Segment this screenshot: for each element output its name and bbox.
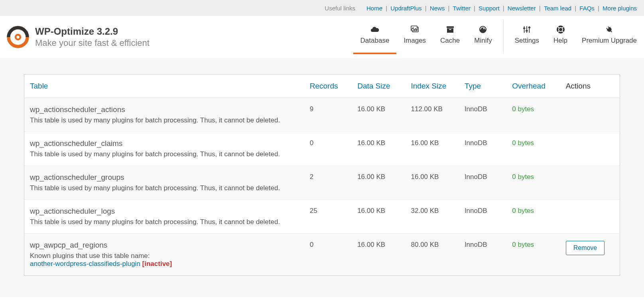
top-link-more-plugins[interactable]: More plugins [603, 5, 637, 12]
tables-panel: Table Records Data Size Index Size Type … [24, 74, 620, 276]
svg-rect-8 [449, 29, 451, 30]
cell-type: InnoDB [459, 98, 506, 132]
plugin-link[interactable]: another-wordpress-classifieds-plugin [30, 260, 140, 268]
app-tagline: Make your site fast & efficient [35, 38, 150, 48]
top-link-support[interactable]: Support [479, 5, 500, 12]
cell-data-size: 16.00 KB [352, 234, 405, 275]
app-title: WP-Optimize 3.2.9 [35, 26, 150, 37]
title-block: WP-Optimize 3.2.9 Make your site fast & … [35, 26, 150, 49]
nav-tab-label: Cache [440, 37, 460, 45]
nav-tab-settings[interactable]: Settings [503, 20, 546, 54]
nav-tab-images[interactable]: Images [396, 20, 433, 54]
svg-rect-13 [526, 30, 528, 31]
table-row: wp_actionscheduler_actionsThis table is … [24, 98, 620, 132]
nav-tab-database[interactable]: Database [353, 20, 397, 54]
useful-links-group: Home | UpdraftPlus | News | Twitter | Su… [366, 5, 637, 12]
cell-data-size: 16.00 KB [352, 98, 405, 132]
col-header-datasize[interactable]: Data Size [352, 75, 405, 98]
table-name: wp_actionscheduler_groups [30, 173, 299, 182]
nav-tab-cache[interactable]: Cache [433, 20, 467, 54]
cell-overhead: 0 bytes [512, 241, 534, 248]
svg-rect-7 [447, 28, 453, 33]
nav-tabs: DatabaseImagesCacheMinifySettingsHelpPre… [353, 20, 644, 54]
cell-records: 25 [304, 200, 352, 234]
cloud-icon [370, 25, 380, 34]
lifering-icon [556, 25, 565, 34]
cell-records: 0 [304, 132, 352, 166]
cell-overhead: 0 bytes [512, 105, 534, 113]
gauge-icon [478, 25, 488, 34]
cell-type: InnoDB [459, 166, 506, 200]
inactive-tag: [inactive] [142, 260, 172, 268]
cell-type: InnoDB [459, 132, 506, 166]
nav-tab-label: Settings [515, 37, 539, 45]
cell-index-size: 32.00 KB [406, 200, 459, 234]
col-header-overhead[interactable]: Overhead [506, 75, 560, 98]
cell-index-size: 16.00 KB [406, 166, 459, 200]
table-row: wp_actionscheduler_logsThis table is use… [24, 200, 620, 234]
table-name: wp_actionscheduler_logs [30, 207, 299, 216]
nav-tab-label: Minify [474, 37, 492, 45]
cell-data-size: 16.00 KB [352, 132, 405, 166]
cell-records: 9 [304, 98, 352, 132]
col-header-actions: Actions [560, 75, 620, 98]
nav-tab-label: Help [553, 37, 567, 45]
svg-rect-6 [447, 26, 454, 28]
top-link-twitter[interactable]: Twitter [453, 5, 471, 12]
svg-rect-12 [523, 28, 526, 29]
top-link-newsletter[interactable]: Newsletter [508, 5, 536, 12]
table-row: wp_awpcp_ad_regionsKnown plugins that us… [24, 234, 620, 275]
table-row: wp_actionscheduler_claimsThis table is u… [24, 132, 620, 166]
nav-tab-label: Premium Upgrade [582, 37, 637, 45]
cell-overhead: 0 bytes [512, 139, 534, 147]
cell-type: InnoDB [459, 234, 506, 275]
cell-data-size: 16.00 KB [352, 200, 405, 234]
nav-tab-label: Database [360, 37, 390, 45]
table-name: wp_awpcp_ad_regions [30, 241, 299, 250]
cell-index-size: 80.00 KB [406, 234, 459, 275]
cell-data-size: 16.00 KB [352, 166, 405, 200]
plugin-line: another-wordpress-classifieds-plugin [in… [30, 260, 299, 268]
col-header-type[interactable]: Type [459, 75, 506, 98]
nav-tab-premium[interactable]: Premium Upgrade [575, 20, 644, 54]
table-desc: This table is used by many plugins for b… [30, 116, 299, 124]
top-link-news[interactable]: News [430, 5, 445, 12]
top-link-updraftplus[interactable]: UpdraftPlus [390, 5, 421, 12]
archive-icon [445, 25, 455, 34]
table-row: wp_actionscheduler_groupsThis table is u… [24, 166, 620, 200]
content-area: Table Records Data Size Index Size Type … [0, 58, 644, 297]
nav-tab-label: Images [404, 37, 426, 45]
cell-records: 0 [304, 234, 352, 275]
logo-block: WP-Optimize 3.2.9 Make your site fast & … [6, 26, 150, 49]
svg-rect-10 [526, 26, 527, 33]
top-link-home[interactable]: Home [366, 5, 382, 12]
cell-index-size: 112.00 KB [406, 98, 459, 132]
col-header-indexsize[interactable]: Index Size [406, 75, 459, 98]
header: WP-Optimize 3.2.9 Make your site fast & … [0, 16, 644, 58]
sliders-icon [522, 25, 531, 34]
table-name: wp_actionscheduler_actions [30, 105, 299, 114]
nav-tab-help[interactable]: Help [546, 20, 575, 54]
known-plugins-label: Known plugins that use this table name: [30, 252, 299, 260]
table-desc: This table is used by many plugins for b… [30, 218, 299, 226]
useful-links-label: Useful links [325, 5, 355, 12]
images-icon [410, 25, 420, 34]
table-desc: This table is used by many plugins for b… [30, 184, 299, 192]
col-header-table[interactable]: Table [24, 75, 304, 98]
nav-tab-minify[interactable]: Minify [467, 20, 499, 54]
wpo-logo-icon [6, 26, 30, 49]
cell-overhead: 0 bytes [512, 173, 534, 181]
table-name: wp_actionscheduler_claims [30, 139, 299, 148]
svg-rect-9 [524, 26, 525, 33]
cell-type: InnoDB [459, 200, 506, 234]
remove-button[interactable]: Remove [566, 241, 605, 255]
db-tables-table: Table Records Data Size Index Size Type … [24, 75, 620, 275]
col-header-records[interactable]: Records [304, 75, 352, 98]
top-link-faqs[interactable]: FAQs [579, 5, 595, 12]
table-desc: This table is used by many plugins for b… [30, 150, 299, 158]
svg-rect-14 [528, 27, 531, 28]
top-links-bar: Useful links Home | UpdraftPlus | News |… [0, 0, 644, 16]
top-link-team-lead[interactable]: Team lead [544, 5, 571, 12]
cell-index-size: 16.00 KB [406, 132, 459, 166]
plug-icon [605, 25, 614, 34]
